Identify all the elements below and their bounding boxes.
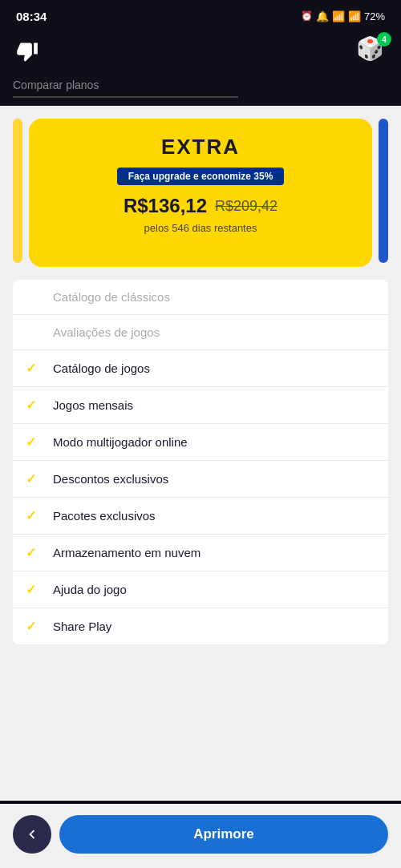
side-card-right[interactable]: [379, 119, 388, 263]
feature-item-modo-multijogador: ✓Modo multijogador online: [13, 424, 388, 461]
check-icon-pacotes-exclusivos: ✓: [26, 508, 42, 523]
feature-item-catalogo-jogos: ✓Catálogo de jogos: [13, 350, 388, 387]
check-icon-armazenamento-nuvem: ✓: [26, 545, 42, 560]
features-list: Catálogo de clássicosAvaliações de jogos…: [13, 280, 388, 644]
extra-card[interactable]: EXTRA Faça upgrade e economize 35% R$136…: [29, 119, 372, 267]
feature-item-avaliacoes-jogos: Avaliações de jogos: [13, 315, 388, 350]
check-icon-jogos-mensais: ✓: [26, 398, 42, 413]
feature-label-share-play: Share Play: [53, 620, 111, 633]
aprimore-button[interactable]: Aprimore: [59, 815, 388, 854]
thumbs-down-icon: [16, 40, 38, 63]
dice-button[interactable]: 🎲 4: [356, 35, 388, 67]
feature-label-modo-multijogador: Modo multijogador online: [53, 435, 188, 449]
chevron-left-icon: [23, 826, 41, 843]
check-icon-ajuda-jogo: ✓: [26, 582, 42, 597]
feature-item-catalogo-classicos: Catálogo de clássicos: [13, 280, 388, 315]
thumbs-down-button[interactable]: [13, 37, 42, 66]
price-current: R$136,12: [124, 195, 207, 217]
upgrade-badge: Faça upgrade e economize 35%: [117, 168, 285, 185]
mute-icon: 🔔: [316, 10, 329, 22]
feature-label-jogos-mensais: Jogos mensais: [53, 398, 133, 412]
check-icon-modo-multijogador: ✓: [26, 434, 42, 450]
status-icons: ⏰ 🔔 📶 📶 72%: [301, 10, 385, 22]
feature-item-share-play: ✓Share Play: [13, 608, 388, 644]
check-icon-share-play: ✓: [26, 619, 42, 634]
feature-item-descontos-exclusivos: ✓Descontos exclusivos: [13, 461, 388, 498]
feature-item-pacotes-exclusivos: ✓Pacotes exclusivos: [13, 498, 388, 535]
cart-badge: 4: [377, 32, 391, 46]
breadcrumb: Comparar planos: [13, 79, 238, 98]
top-nav: 🎲 4: [0, 29, 401, 75]
feature-item-armazenamento-nuvem: ✓Armazenamento em nuvem: [13, 535, 388, 571]
check-icon-descontos-exclusivos: ✓: [26, 471, 42, 486]
signal-icon: 📶: [348, 10, 361, 22]
check-icon-catalogo-jogos: ✓: [26, 361, 42, 376]
breadcrumb-area: Comparar planos: [0, 75, 401, 106]
bottom-bar: Aprimore: [0, 804, 401, 868]
wifi-icon: 📶: [332, 10, 345, 22]
feature-label-catalogo-jogos: Catálogo de jogos: [53, 361, 150, 375]
feature-item-ajuda-jogo: ✓Ajuda do jogo: [13, 571, 388, 608]
cards-wrapper: EXTRA Faça upgrade e economize 35% R$136…: [0, 106, 401, 267]
price-row: R$136,12 R$209,42: [42, 195, 359, 217]
feature-label-catalogo-classicos: Catálogo de clássicos: [53, 290, 170, 304]
aprimore-label: Aprimore: [193, 826, 254, 842]
plan-title: EXTRA: [42, 135, 359, 159]
back-circle-button[interactable]: [13, 815, 51, 854]
feature-item-jogos-mensais: ✓Jogos mensais: [13, 387, 388, 424]
status-bar: 08:34 ⏰ 🔔 📶 📶 72%: [0, 0, 401, 29]
scroll-content: EXTRA Faça upgrade e economize 35% R$136…: [0, 106, 401, 801]
side-card-left[interactable]: [13, 119, 22, 263]
feature-label-pacotes-exclusivos: Pacotes exclusivos: [53, 509, 156, 523]
alarm-icon: ⏰: [301, 10, 313, 22]
price-original: R$209,42: [215, 198, 277, 215]
feature-label-descontos-exclusivos: Descontos exclusivos: [53, 472, 168, 486]
battery-text: 72%: [364, 10, 385, 22]
feature-label-armazenamento-nuvem: Armazenamento em nuvem: [53, 546, 200, 559]
feature-label-avaliacoes-jogos: Avaliações de jogos: [53, 325, 160, 339]
price-note: pelos 546 dias restantes: [42, 222, 359, 234]
feature-label-ajuda-jogo: Ajuda do jogo: [53, 583, 127, 596]
status-time: 08:34: [16, 10, 47, 23]
